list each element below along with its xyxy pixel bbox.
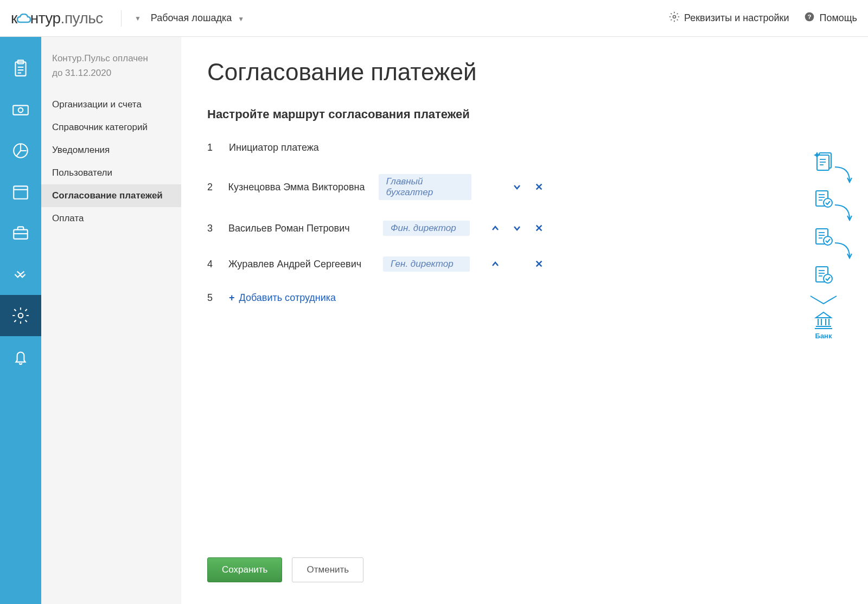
row-name: Журавлев Андрей Сергеевич bbox=[228, 259, 370, 270]
nav-money[interactable] bbox=[0, 89, 41, 130]
move-up-button[interactable] bbox=[490, 223, 500, 233]
flow-diagram: Банк bbox=[807, 151, 840, 340]
logo[interactable]: кнтур.пульс bbox=[11, 10, 103, 27]
flow-down-arrow-icon bbox=[807, 294, 840, 307]
save-button[interactable]: Сохранить bbox=[207, 557, 282, 582]
row-controls: ▼ ✕ bbox=[483, 258, 544, 270]
sidebar-item-categories[interactable]: Справочник категорий bbox=[41, 116, 181, 139]
row-number: 5 bbox=[207, 292, 216, 304]
subscription-info: Контур.Пульс оплачен до 31.12.2020 bbox=[41, 51, 181, 93]
approved-document-icon bbox=[813, 227, 834, 247]
page-title: Согласование платежей bbox=[207, 59, 842, 86]
svg-rect-13 bbox=[14, 186, 28, 198]
flow-step-approve bbox=[813, 189, 834, 211]
svg-text:?: ? bbox=[808, 13, 812, 20]
flow-arrow-icon bbox=[832, 242, 854, 266]
svg-point-0 bbox=[673, 16, 676, 18]
sparkle-document-icon bbox=[813, 151, 834, 171]
nav-calendar[interactable] bbox=[0, 171, 41, 213]
cloud-icon bbox=[16, 14, 31, 24]
nav-briefcase[interactable] bbox=[0, 213, 41, 254]
flow-arrow-icon bbox=[832, 204, 854, 228]
row-number: 3 bbox=[207, 223, 215, 234]
gear-icon bbox=[669, 11, 680, 25]
row-number: 2 bbox=[207, 182, 215, 193]
svg-rect-8 bbox=[13, 106, 28, 115]
nav-documents[interactable] bbox=[0, 48, 41, 89]
settings-link-label: Реквизиты и настройки bbox=[684, 12, 789, 24]
flow-arrow-icon bbox=[832, 166, 854, 190]
move-up-button[interactable] bbox=[490, 259, 500, 269]
flow-step-approve bbox=[813, 227, 834, 249]
row-name: Инициатор платежа bbox=[229, 142, 381, 153]
approved-document-icon bbox=[813, 265, 834, 285]
workspace-selector[interactable]: Рабочая лошадка ▼ bbox=[151, 12, 244, 24]
row-role-badge: Фин. директор bbox=[383, 221, 470, 236]
row-number: 1 bbox=[207, 142, 216, 153]
help-link-label: Помощь bbox=[819, 12, 857, 24]
chevron-down-icon: ▼ bbox=[238, 15, 244, 23]
approval-row: 2 Кузнецовва Эмма Викторовна Главный бух… bbox=[207, 174, 544, 200]
settings-link[interactable]: Реквизиты и настройки bbox=[669, 11, 789, 25]
app-switcher-chevron-icon[interactable]: ▼ bbox=[135, 15, 141, 22]
flow-step-approve bbox=[813, 265, 834, 287]
nav-partners[interactable] bbox=[0, 254, 41, 295]
workspace-label: Рабочая лошадка bbox=[151, 12, 232, 23]
sidebar-item-organizations[interactable]: Организации и счета bbox=[41, 93, 181, 116]
divider bbox=[121, 10, 122, 27]
logo-text-ntur: нтур bbox=[30, 10, 61, 27]
help-link[interactable]: ? Помощь bbox=[804, 11, 857, 25]
remove-button[interactable]: ✕ bbox=[534, 222, 544, 234]
svg-rect-23 bbox=[817, 155, 829, 170]
sidebar-item-payment[interactable]: Оплата bbox=[41, 207, 181, 230]
nav-notifications[interactable] bbox=[0, 336, 41, 377]
row-name: Васильев Роман Петрович bbox=[228, 223, 370, 234]
row-controls: ✕ bbox=[483, 222, 544, 234]
nav-reports[interactable] bbox=[0, 130, 41, 171]
approval-row: 3 Васильев Роман Петрович Фин. директор … bbox=[207, 221, 544, 236]
logo-text-pulse: .пульс bbox=[61, 10, 103, 27]
bank-label: Банк bbox=[815, 332, 832, 340]
row-role-badge: Главный бухгалтер bbox=[379, 174, 472, 200]
row-number: 4 bbox=[207, 259, 215, 270]
sidebar-item-users[interactable]: Пользователи bbox=[41, 162, 181, 184]
row-controls: ✕ bbox=[484, 181, 544, 193]
svg-point-36 bbox=[824, 236, 832, 245]
svg-point-41 bbox=[824, 274, 832, 283]
icon-sidebar bbox=[0, 37, 41, 604]
subscription-line2: до 31.12.2020 bbox=[52, 66, 170, 80]
approval-row-add: 5 + Добавить сотрудника bbox=[207, 292, 544, 304]
help-icon: ? bbox=[804, 11, 815, 25]
svg-point-21 bbox=[18, 313, 23, 318]
app-header: кнтур.пульс ▼ Рабочая лошадка ▼ Реквизит… bbox=[0, 0, 868, 37]
sidebar-item-notifications[interactable]: Уведомления bbox=[41, 139, 181, 162]
cancel-button[interactable]: Отменить bbox=[292, 557, 363, 582]
row-name: Кузнецовва Эмма Викторовна bbox=[228, 182, 365, 193]
remove-button[interactable]: ✕ bbox=[534, 258, 544, 270]
sidebar-item-approvals[interactable]: Согласование платежей bbox=[41, 184, 181, 207]
header-right: Реквизиты и настройки ? Помощь bbox=[669, 11, 857, 25]
main-content: Согласование платежей Настройте маршрут … bbox=[181, 37, 868, 604]
approved-document-icon bbox=[813, 189, 834, 209]
nav-settings[interactable] bbox=[0, 295, 41, 336]
footer-buttons: Сохранить Отменить bbox=[207, 557, 363, 582]
remove-button[interactable]: ✕ bbox=[534, 181, 544, 193]
add-employee-button[interactable]: + Добавить сотрудника bbox=[229, 292, 336, 304]
svg-point-9 bbox=[18, 108, 23, 113]
svg-point-31 bbox=[824, 198, 832, 207]
move-down-button[interactable] bbox=[512, 223, 522, 233]
main-layout: Контур.Пульс оплачен до 31.12.2020 Орган… bbox=[0, 37, 868, 604]
approval-row-initiator: 1 Инициатор платежа bbox=[207, 142, 544, 153]
move-down-button[interactable] bbox=[512, 182, 522, 192]
approval-row: 4 Журавлев Андрей Сергеевич Ген. директо… bbox=[207, 256, 544, 272]
plus-icon: + bbox=[229, 292, 235, 304]
subscription-line1: Контур.Пульс оплачен bbox=[52, 51, 170, 66]
row-role-badge: Ген. директор bbox=[383, 256, 470, 272]
flow-step-new-doc bbox=[813, 151, 834, 174]
add-employee-label: Добавить сотрудника bbox=[239, 292, 336, 304]
bank-icon bbox=[814, 311, 833, 330]
section-title: Настройте маршрут согласования платежей bbox=[207, 107, 842, 121]
settings-sidebar: Контур.Пульс оплачен до 31.12.2020 Орган… bbox=[41, 37, 181, 604]
